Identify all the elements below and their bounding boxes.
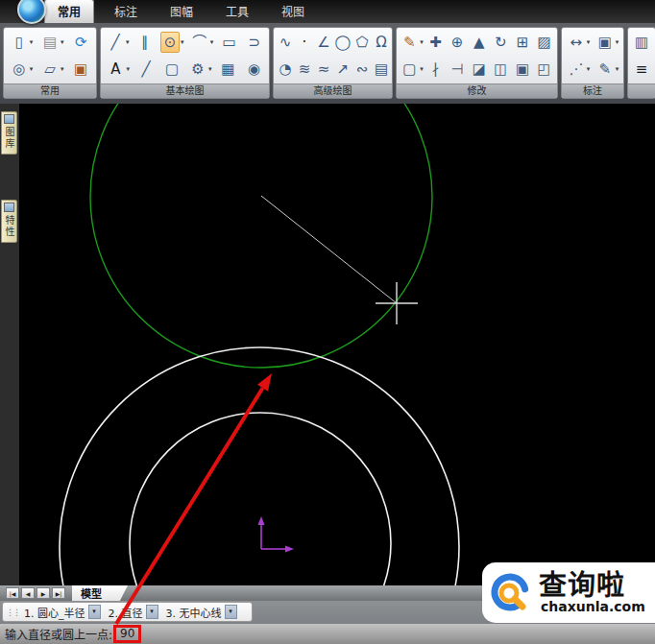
command-input-value[interactable]: 90 — [113, 625, 141, 643]
command-bar[interactable]: 输入直径或圆上一点: 90 — [0, 624, 655, 644]
fill-button[interactable]: ◉ — [244, 60, 263, 79]
option-1-dropdown[interactable]: ▾ — [88, 605, 101, 619]
ribbon-row: ▥ — [630, 30, 653, 56]
gear-button[interactable]: ⚙▾ — [188, 60, 212, 79]
ellipse-button[interactable]: ◯ — [333, 33, 352, 52]
formula-curve-button[interactable]: Ω — [372, 33, 391, 52]
double-fold-line-button[interactable]: ≈ — [314, 60, 333, 79]
explode-button[interactable]: ◰ — [535, 60, 554, 79]
tab-4[interactable]: 工具 — [213, 0, 261, 23]
arc-button[interactable]: ⌒▾ — [190, 33, 214, 52]
ucs-x-arrowhead — [285, 546, 294, 553]
option-3-dropdown[interactable]: ▾ — [225, 605, 237, 619]
tab-1[interactable]: 常用 — [44, 0, 94, 23]
format-painter-button[interactable]: ▱▾ — [40, 60, 64, 79]
break-button[interactable]: ∤ — [425, 60, 445, 79]
formula-curve-icon: Ω — [372, 33, 391, 52]
extend-button[interactable]: ⊣ — [448, 60, 467, 79]
wave-line-button[interactable]: ≋ — [295, 60, 314, 79]
chevron-down-icon[interactable]: ▾ — [30, 65, 34, 73]
chevron-down-icon[interactable]: ▾ — [616, 65, 619, 73]
chevron-down-icon[interactable]: ▾ — [181, 38, 184, 46]
document-button[interactable]: ▥ — [632, 33, 651, 52]
tab-model[interactable]: 模型 — [72, 585, 128, 601]
array-button[interactable]: ⊞ — [513, 33, 532, 52]
chamfer-button[interactable]: ◫ — [491, 60, 510, 79]
dim-edit-button[interactable]: ⋰▾ — [567, 60, 591, 79]
erase-button[interactable]: ✎▾ — [400, 33, 424, 52]
parallel-line-button[interactable]: ∥ — [135, 33, 155, 52]
ribbon-group-3: ∿·∠◯⬠Ω◔≋≈↗∾▤高级绘图 — [273, 27, 393, 99]
chevron-down-icon[interactable]: ▾ — [126, 38, 130, 46]
refresh-button[interactable]: ⟳ — [71, 33, 90, 52]
contour-button[interactable]: ∾ — [352, 60, 372, 79]
model-nav-button-2[interactable]: ◀ — [21, 587, 35, 599]
inner-white-circle[interactable] — [130, 413, 391, 585]
spline-button[interactable]: ╱ — [136, 60, 156, 79]
arrow-button[interactable]: ↗ — [333, 60, 352, 79]
dimension-button[interactable]: ↔▾ — [567, 33, 591, 52]
polygon-button[interactable]: ⬠ — [352, 33, 372, 52]
tab-5[interactable]: 视图 — [269, 0, 317, 23]
chevron-down-icon[interactable]: ▾ — [587, 65, 591, 73]
drawing-canvas[interactable] — [19, 104, 655, 585]
rectangle-button[interactable]: ▭ — [220, 33, 239, 52]
scale-button[interactable]: ▨ — [535, 33, 554, 52]
command-prompt: 输入直径或圆上一点: — [5, 626, 112, 642]
ribbon-row: ▯▾▤▾⟳ — [6, 30, 94, 56]
app-logo-icon[interactable] — [17, 0, 46, 24]
zoom-button[interactable]: ◎▾ — [10, 60, 34, 79]
green-circle[interactable] — [90, 104, 432, 368]
chevron-down-icon[interactable]: ▾ — [420, 65, 424, 73]
polygon-icon: ⬠ — [352, 33, 372, 52]
polyline-button[interactable]: ⊃ — [245, 33, 264, 52]
display-button[interactable]: ▣ — [71, 60, 90, 79]
outer-white-circle[interactable] — [60, 347, 459, 585]
chevron-down-icon[interactable]: ▾ — [210, 38, 214, 46]
point-button[interactable]: · — [295, 33, 314, 52]
toolbar-grip[interactable]: ⋮⋮ — [6, 608, 19, 617]
coordinate-dim-button[interactable]: ▣▾ — [595, 33, 619, 52]
option-2-dropdown[interactable]: ▾ — [146, 605, 158, 619]
text-button[interactable]: A▾ — [106, 60, 130, 79]
model-nav-button-1[interactable]: |◀ — [6, 587, 19, 599]
side-tab-2[interactable]: 特性 — [1, 200, 17, 243]
copy-button[interactable]: ▯▾ — [10, 33, 34, 52]
chevron-down-icon[interactable]: ▾ — [420, 38, 424, 46]
model-nav-button-3[interactable]: ▶ — [36, 587, 50, 599]
dim-style-button[interactable]: ✎▾ — [595, 60, 619, 79]
document-icon: ▥ — [632, 33, 651, 52]
mirror-button[interactable]: ▲ — [470, 33, 489, 52]
chevron-down-icon[interactable]: ▾ — [61, 38, 64, 46]
rubber-band-line — [261, 196, 397, 303]
side-tab-1[interactable]: 图库 — [1, 111, 17, 155]
stretch-button[interactable]: ▢▾ — [400, 60, 424, 79]
trim-button[interactable]: ◪ — [470, 60, 489, 79]
chevron-down-icon[interactable]: ▾ — [126, 65, 130, 73]
profile-button[interactable]: ▤ — [372, 60, 391, 79]
circle-button[interactable]: ⊙▾ — [160, 32, 184, 53]
chevron-down-icon[interactable]: ▾ — [30, 38, 34, 46]
chevron-down-icon[interactable]: ▾ — [208, 65, 212, 73]
hatch-button[interactable]: ▦ — [218, 60, 237, 79]
section-circle-button[interactable]: ◔ — [276, 60, 295, 79]
move-button[interactable]: ✚ — [425, 33, 445, 52]
line-button[interactable]: ╱▾ — [106, 33, 130, 52]
rotate-button[interactable]: ↻ — [491, 33, 510, 52]
hole-axis-icon: ▢ — [162, 60, 182, 79]
menu-lines-button[interactable]: ≡ — [632, 60, 651, 79]
model-nav-button-4[interactable]: ▶| — [52, 587, 65, 599]
refresh-icon: ⟳ — [71, 33, 90, 52]
paste-button[interactable]: ▤▾ — [40, 33, 64, 52]
hole-axis-button[interactable]: ▢ — [162, 60, 182, 79]
ribbon-group-2: ╱▾∥⊙▾⌒▾▭⊃A▾╱▢⚙▾▦◉基本绘图 — [100, 27, 270, 99]
angle-line-button[interactable]: ∠ — [314, 33, 333, 52]
curve-button[interactable]: ∿ — [276, 33, 295, 52]
chevron-down-icon[interactable]: ▾ — [587, 38, 591, 46]
copy-entity-button[interactable]: ⊕ — [448, 33, 467, 52]
chevron-down-icon[interactable]: ▾ — [616, 38, 619, 46]
tab-3[interactable]: 图幅 — [158, 0, 206, 23]
chevron-down-icon[interactable]: ▾ — [61, 65, 64, 73]
block-button[interactable]: ▣ — [513, 60, 532, 79]
tab-2[interactable]: 标注 — [102, 0, 150, 23]
